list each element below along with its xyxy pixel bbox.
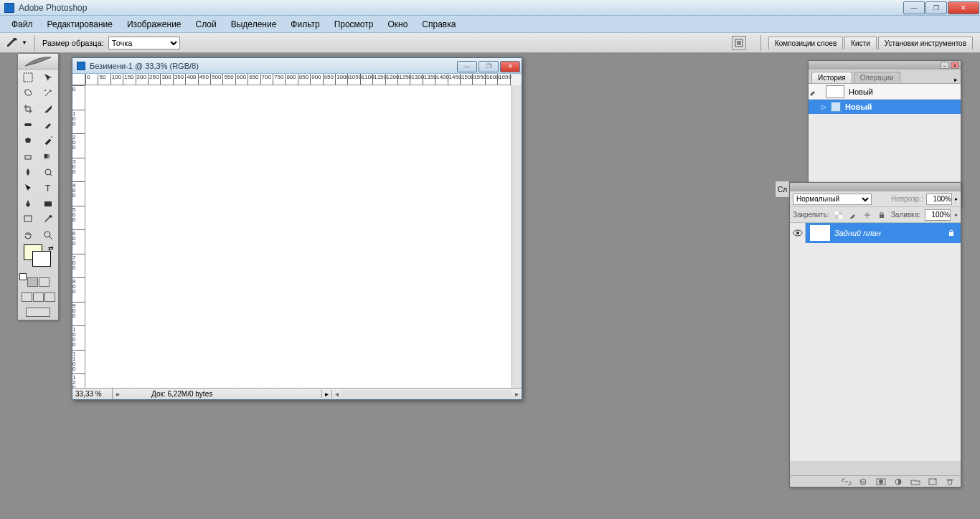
menu-edit[interactable]: Редактирование bbox=[40, 16, 120, 32]
vertical-scrollbar[interactable] bbox=[512, 85, 522, 388]
document-titlebar[interactable]: Безимени-1 @ 33,3% (RGB/8) — ❐ ✕ bbox=[72, 58, 522, 74]
menu-filter[interactable]: Фильтр bbox=[283, 16, 326, 32]
palette-tab-layer-comps[interactable]: Композиции слоев bbox=[768, 37, 843, 49]
screen-mode-maximized[interactable] bbox=[33, 292, 44, 302]
tab-history[interactable]: История bbox=[811, 72, 852, 83]
pen-tool[interactable] bbox=[18, 196, 38, 211]
canvas[interactable] bbox=[85, 85, 512, 388]
shape-tool[interactable] bbox=[38, 196, 58, 211]
hscroll-right-icon[interactable]: ▸ bbox=[512, 390, 522, 398]
menu-file[interactable]: Файл bbox=[4, 16, 40, 32]
delete-layer-icon[interactable] bbox=[943, 477, 956, 486]
new-layer-icon[interactable] bbox=[926, 477, 939, 486]
healing-brush-tool[interactable] bbox=[18, 117, 38, 133]
ruler-origin[interactable] bbox=[72, 74, 85, 85]
slice-tool[interactable] bbox=[38, 101, 58, 117]
layer-visibility-icon[interactable] bbox=[790, 223, 806, 243]
notes-tool[interactable] bbox=[18, 211, 38, 227]
background-color-swatch[interactable] bbox=[32, 251, 51, 267]
history-snapshot-row[interactable]: Новый bbox=[809, 84, 961, 100]
link-layers-icon[interactable] bbox=[840, 477, 853, 486]
blur-tool[interactable] bbox=[18, 164, 38, 180]
zoom-tool[interactable] bbox=[38, 227, 58, 243]
adjustment-layer-icon[interactable] bbox=[892, 477, 905, 486]
window-minimize-button[interactable]: — bbox=[903, 1, 925, 14]
layer-mask-icon[interactable] bbox=[875, 477, 887, 486]
document-minimize-button[interactable]: — bbox=[457, 61, 477, 72]
layer-style-icon[interactable]: fx bbox=[857, 477, 870, 486]
jump-to-imageready-button[interactable] bbox=[26, 308, 50, 317]
status-menu-icon[interactable]: ▸ bbox=[113, 390, 123, 398]
tab-actions[interactable]: Операции bbox=[854, 72, 900, 83]
screen-mode-standard[interactable] bbox=[22, 292, 32, 302]
layers-collapsed-tab[interactable]: Сл bbox=[775, 181, 789, 198]
type-tool[interactable]: T bbox=[38, 180, 58, 196]
palette-tab-tool-presets[interactable]: Установки инструментов bbox=[878, 37, 973, 49]
layer-row[interactable]: Задний план bbox=[790, 223, 961, 243]
standard-mode-button[interactable] bbox=[27, 277, 38, 287]
zoom-field[interactable]: 33,33 % bbox=[72, 389, 113, 399]
lasso-tool[interactable] bbox=[18, 85, 38, 101]
default-colors-icon[interactable] bbox=[19, 273, 27, 280]
menu-image[interactable]: Изображение bbox=[120, 16, 189, 32]
window-maximize-button[interactable]: ❐ bbox=[925, 1, 947, 14]
menu-window[interactable]: Окно bbox=[380, 16, 415, 32]
eyedropper-tool[interactable] bbox=[38, 211, 58, 227]
hand-tool[interactable] bbox=[18, 227, 38, 243]
svg-rect-17 bbox=[839, 215, 842, 219]
chevron-down-icon[interactable]: ▼ bbox=[22, 39, 27, 46]
palette-well-button[interactable] bbox=[732, 36, 746, 50]
brush-tool[interactable] bbox=[38, 117, 58, 133]
marquee-tool[interactable] bbox=[18, 70, 38, 85]
sample-size-select[interactable]: Точка bbox=[108, 37, 180, 49]
lock-transparency-icon[interactable] bbox=[834, 210, 844, 220]
gradient-tool[interactable] bbox=[38, 148, 58, 164]
menu-help[interactable]: Справка bbox=[415, 16, 463, 32]
fill-slider-icon[interactable]: ▸ bbox=[955, 211, 958, 218]
blend-mode-select[interactable]: Нормальный bbox=[793, 194, 872, 205]
document-maximize-button[interactable]: ❐ bbox=[479, 61, 499, 72]
status-popup-icon[interactable]: ▸ bbox=[321, 390, 331, 398]
lock-image-icon[interactable] bbox=[848, 210, 858, 220]
window-close-button[interactable]: ✕ bbox=[948, 1, 979, 14]
clone-stamp-tool[interactable] bbox=[18, 133, 38, 148]
menu-select[interactable]: Выделение bbox=[224, 16, 284, 32]
layers-panel-titlebar[interactable] bbox=[790, 183, 961, 191]
palette-tab-brushes[interactable]: Кисти bbox=[844, 37, 877, 49]
layer-name[interactable]: Задний план bbox=[834, 229, 881, 237]
history-state-row[interactable]: ▷ Новый bbox=[809, 100, 961, 114]
quick-mask-button[interactable] bbox=[39, 277, 50, 287]
crop-tool[interactable] bbox=[18, 101, 38, 117]
eyedropper-icon[interactable] bbox=[6, 37, 19, 49]
document-close-button[interactable]: ✕ bbox=[500, 61, 520, 72]
opacity-input[interactable] bbox=[926, 194, 952, 205]
lock-all-icon[interactable] bbox=[877, 210, 887, 220]
layer-thumbnail[interactable] bbox=[810, 225, 830, 241]
vertical-ruler[interactable]: 0100200300400500600700800900100011001200 bbox=[72, 85, 85, 388]
dodge-tool[interactable] bbox=[38, 164, 58, 180]
menu-view[interactable]: Просмотр bbox=[327, 16, 381, 32]
new-group-icon[interactable] bbox=[909, 477, 922, 486]
lock-position-icon[interactable] bbox=[862, 210, 872, 220]
history-brush-tool[interactable] bbox=[38, 133, 58, 148]
swap-colors-icon[interactable]: ⇄ bbox=[48, 244, 54, 252]
move-tool[interactable] bbox=[38, 70, 58, 85]
toolbox-header[interactable] bbox=[18, 54, 58, 70]
svg-rect-2 bbox=[24, 73, 32, 82]
horizontal-scrollbar[interactable] bbox=[341, 390, 512, 399]
opacity-slider-icon[interactable]: ▸ bbox=[955, 196, 958, 202]
screen-mode-full[interactable] bbox=[44, 292, 55, 302]
menu-layer[interactable]: Слой bbox=[189, 16, 224, 32]
document-info[interactable]: Док: 6,22M/0 bytes bbox=[123, 390, 321, 398]
horizontal-ruler[interactable]: 0501001502002503003504004505005506006507… bbox=[85, 74, 512, 85]
panel-menu-icon[interactable]: ▸ bbox=[954, 76, 958, 83]
path-selection-tool[interactable] bbox=[18, 180, 38, 196]
hscroll-left-icon[interactable]: ◂ bbox=[331, 390, 341, 398]
eraser-tool[interactable] bbox=[18, 148, 38, 164]
history-panel-titlebar[interactable]: – × bbox=[809, 61, 961, 70]
fill-input[interactable] bbox=[925, 209, 951, 221]
panel-close-icon[interactable]: × bbox=[951, 62, 959, 69]
panel-minimize-icon[interactable]: – bbox=[941, 62, 949, 69]
history-brush-source-icon[interactable] bbox=[809, 87, 821, 96]
magic-wand-tool[interactable] bbox=[38, 85, 58, 101]
